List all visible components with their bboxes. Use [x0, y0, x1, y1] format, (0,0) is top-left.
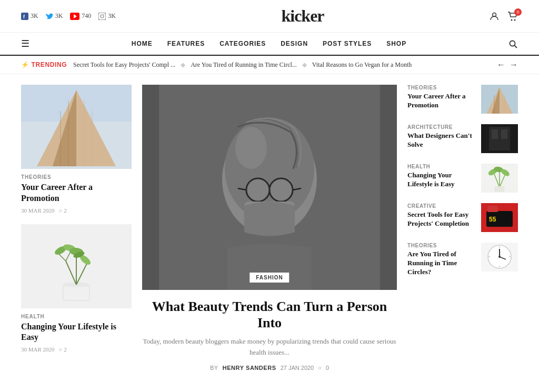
- hero-author-name[interactable]: HENRY SANDERS: [223, 365, 276, 371]
- twitter-count: 3K: [55, 12, 63, 20]
- lifestyle-card-title[interactable]: Changing Your Lifestyle is Easy: [21, 321, 132, 344]
- nav-links: HOME FEATURES CATEGORIES DESIGN POST STY…: [132, 40, 406, 47]
- lifestyle-card-comments: ○ 2: [59, 346, 67, 353]
- trending-dot-2: ◆: [302, 61, 307, 69]
- sidebar-item-creative-image[interactable]: 55: [481, 203, 518, 232]
- sidebar-item-career: THEORIES Your Career After a Promotion: [407, 85, 518, 114]
- sidebar-item-health: HEALTH Changing Your Lifestyle is Easy: [407, 164, 518, 193]
- trending-label: ⚡ TRENDING: [21, 61, 67, 68]
- svg-point-8: [511, 19, 512, 21]
- sidebar-dark-thumb: [481, 124, 518, 153]
- svg-rect-63: [495, 186, 504, 192]
- career-card: THEORIES Your Career After a Promotion 3…: [21, 85, 132, 214]
- social-links: f 3K 3K 740 3K: [21, 12, 116, 20]
- instagram-count: 3K: [108, 12, 116, 20]
- trending-next-button[interactable]: →: [510, 60, 518, 69]
- twitter-icon: [46, 13, 53, 20]
- svg-point-42: [246, 178, 270, 202]
- sidebar-item-architecture-image[interactable]: [481, 124, 518, 153]
- trending-dot-1: ◆: [181, 61, 185, 69]
- career-card-image[interactable]: [21, 85, 132, 169]
- top-bar: f 3K 3K 740 3K kicker: [0, 0, 539, 33]
- instagram-link[interactable]: 3K: [98, 12, 116, 20]
- sidebar-plant-thumb: [481, 164, 518, 193]
- nav-home[interactable]: HOME: [132, 40, 153, 47]
- hero-by-label: BY: [210, 365, 218, 371]
- sidebar-item-creative-title[interactable]: Secret Tools for Easy Projects' Completi…: [407, 210, 475, 228]
- right-sidebar: THEORIES Your Career After a Promotion A…: [407, 85, 518, 371]
- sidebar-item-architecture-title[interactable]: What Designers Can't Solve: [407, 132, 475, 149]
- hero-author-meta: BY HENRY SANDERS 27 JAN 2020 ○ 0: [142, 365, 397, 371]
- hero-excerpt: Today, modern beauty bloggers make money…: [142, 336, 397, 358]
- trending-item-1[interactable]: Secret Tools for Easy Projects' Compl ..…: [73, 61, 175, 69]
- lifestyle-card: HEALTH Changing Your Lifestyle is Easy 3…: [21, 224, 132, 353]
- svg-rect-54: [492, 129, 498, 139]
- cart-icon-wrap[interactable]: 0: [507, 12, 518, 21]
- hero-date: 27 JAN 2020: [281, 365, 314, 371]
- hero-comment-count: 0: [326, 365, 329, 371]
- sidebar-item-health-category: HEALTH: [407, 164, 475, 169]
- facebook-link[interactable]: f 3K: [21, 12, 38, 20]
- nav-features[interactable]: FEATURES: [167, 40, 205, 47]
- svg-point-10: [510, 41, 515, 46]
- sidebar-item-career-title[interactable]: Your Career After a Promotion: [407, 92, 475, 110]
- career-card-meta: 30 MAR 2020 ○ 2: [21, 207, 132, 214]
- svg-rect-55: [501, 129, 507, 139]
- sidebar-clock-thumb: [481, 243, 518, 272]
- svg-point-43: [270, 178, 293, 202]
- career-card-category: THEORIES: [21, 174, 132, 180]
- facebook-count: 3K: [31, 12, 38, 20]
- twitter-link[interactable]: 3K: [46, 12, 63, 20]
- sidebar-item-theories-title[interactable]: Are You Tired of Running in Time Circles…: [407, 250, 475, 277]
- cart-badge: 0: [514, 8, 522, 16]
- hamburger-menu[interactable]: ☰: [21, 38, 29, 49]
- trending-item-2[interactable]: Are You Tired of Running in Time Circl..…: [191, 61, 297, 69]
- svg-rect-0: [21, 13, 28, 20]
- nav-bar: ☰ HOME FEATURES CATEGORIES DESIGN POST S…: [0, 33, 539, 56]
- facebook-icon: f: [21, 13, 28, 20]
- hero-title[interactable]: What Beauty Trends Can Turn a Person Int…: [142, 298, 397, 331]
- youtube-link[interactable]: 740: [70, 12, 91, 20]
- comment-icon: ○: [59, 207, 63, 214]
- sidebar-item-career-info: THEORIES Your Career After a Promotion: [407, 85, 475, 110]
- youtube-icon: [70, 13, 79, 20]
- youtube-count: 740: [82, 12, 91, 20]
- career-card-title[interactable]: Your Career After a Promotion: [21, 182, 132, 204]
- instagram-icon: [98, 13, 106, 20]
- sidebar-item-creative-info: CREATIVE Secret Tools for Easy Projects'…: [407, 203, 475, 228]
- lifestyle-card-image[interactable]: [21, 224, 132, 308]
- sidebar-item-theories: THEORIES Are You Tired of Running in Tim…: [407, 243, 518, 277]
- hero-category-badge: FASHION: [249, 273, 289, 283]
- sidebar-item-health-title[interactable]: Changing Your Lifestyle is Easy: [407, 171, 475, 189]
- sidebar-item-health-image[interactable]: [481, 164, 518, 193]
- trending-prev-button[interactable]: ←: [497, 60, 505, 69]
- center-column: FASHION What Beauty Trends Can Turn a Pe…: [142, 85, 397, 371]
- lifestyle-card-date: 30 MAR 2020: [21, 346, 55, 353]
- search-icon[interactable]: [508, 38, 518, 48]
- comment-icon-2: ○: [59, 346, 63, 353]
- sidebar-item-architecture-category: ARCHITECTURE: [407, 124, 475, 130]
- sidebar-item-career-image[interactable]: [481, 85, 518, 114]
- sidebar-building-thumb: [481, 85, 518, 114]
- top-bar-actions: 0: [490, 12, 518, 21]
- architecture-illustration: [21, 85, 132, 169]
- career-card-comments: ○ 2: [59, 207, 67, 214]
- trending-bar: ⚡ TRENDING Secret Tools for Easy Project…: [0, 56, 539, 74]
- nav-design[interactable]: DESIGN: [281, 40, 308, 47]
- site-logo[interactable]: kicker: [281, 6, 324, 26]
- plant-illustration: [21, 224, 132, 308]
- nav-post-styles[interactable]: POST STYLES: [323, 40, 372, 47]
- svg-point-9: [514, 19, 515, 21]
- sidebar-item-creative: CREATIVE Secret Tools for Easy Projects'…: [407, 203, 518, 232]
- sidebar-item-theories-image[interactable]: [481, 243, 518, 272]
- svg-rect-66: [487, 206, 498, 212]
- hero-illustration: [142, 85, 397, 290]
- nav-shop[interactable]: SHOP: [386, 40, 406, 47]
- hero-image[interactable]: [142, 85, 397, 290]
- svg-point-6: [104, 14, 105, 15]
- nav-categories[interactable]: CATEGORIES: [219, 40, 266, 47]
- user-icon[interactable]: [490, 12, 499, 21]
- trending-item-3[interactable]: Vital Reasons to Go Vegan for a Month: [312, 61, 412, 69]
- lifestyle-card-meta: 30 MAR 2020 ○ 2: [21, 346, 132, 353]
- svg-rect-4: [98, 13, 106, 20]
